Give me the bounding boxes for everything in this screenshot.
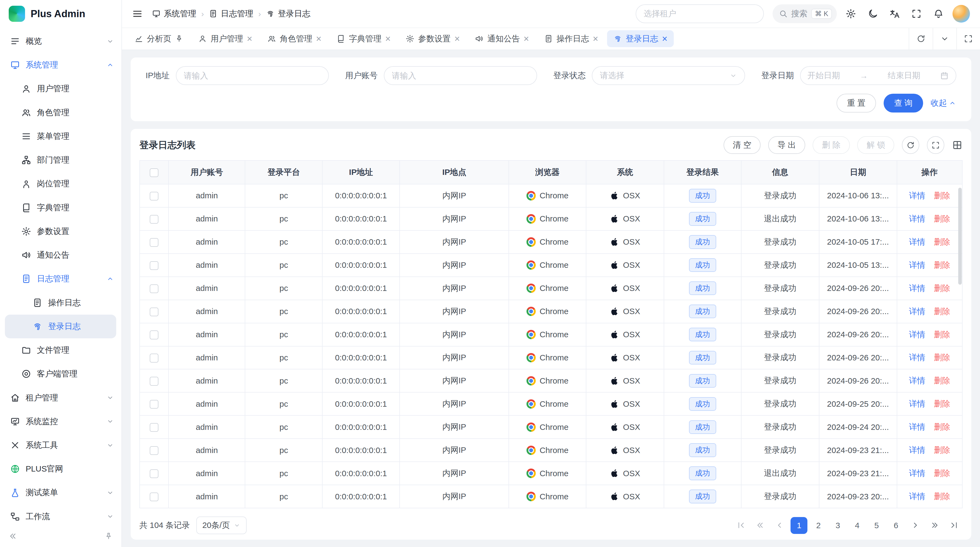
account-input[interactable] bbox=[392, 71, 529, 80]
sidebar-item[interactable]: 登录日志 bbox=[5, 315, 116, 338]
tab-close-icon[interactable]: × bbox=[454, 34, 460, 43]
jump-forward-button[interactable] bbox=[926, 517, 943, 534]
delete-link[interactable]: 删除 bbox=[934, 236, 950, 248]
next-page-button[interactable] bbox=[907, 517, 924, 534]
collapse-filter-link[interactable]: 收起 bbox=[931, 97, 956, 109]
pin-sidebar-icon[interactable] bbox=[105, 532, 113, 540]
sidebar-item[interactable]: 系统监控 bbox=[0, 410, 121, 434]
row-checkbox[interactable] bbox=[150, 423, 158, 432]
breadcrumb-item[interactable]: 登录日志 bbox=[266, 8, 310, 19]
page-button-6[interactable]: 6 bbox=[888, 517, 904, 534]
tab-item[interactable]: 通知公告× bbox=[468, 30, 535, 47]
page-button-1[interactable]: 1 bbox=[791, 517, 807, 534]
date-range-input[interactable]: 开始日期 → 结束日期 bbox=[800, 66, 956, 85]
tab-close-icon[interactable]: × bbox=[316, 34, 321, 43]
sidebar-item[interactable]: 租户管理 bbox=[0, 386, 121, 410]
reset-button[interactable]: 重 置 bbox=[837, 94, 876, 113]
delete-link[interactable]: 删除 bbox=[934, 190, 950, 201]
breadcrumb-item[interactable]: 日志管理 bbox=[209, 8, 253, 19]
last-page-button[interactable] bbox=[946, 517, 963, 534]
query-button[interactable]: 查 询 bbox=[884, 94, 923, 113]
table-fullscreen-button[interactable] bbox=[927, 136, 944, 154]
delete-link[interactable]: 删除 bbox=[934, 468, 950, 479]
export-button[interactable]: 导 出 bbox=[768, 136, 805, 154]
sidebar-item[interactable]: 文件管理 bbox=[0, 338, 121, 362]
sidebar-item[interactable]: PLUS官网 bbox=[0, 457, 121, 481]
breadcrumb-item[interactable]: 系统管理 bbox=[152, 8, 196, 19]
detail-link[interactable]: 详情 bbox=[909, 283, 925, 294]
delete-link[interactable]: 删除 bbox=[934, 398, 950, 410]
row-checkbox[interactable] bbox=[150, 446, 158, 455]
dark-mode-moon-icon[interactable] bbox=[867, 8, 878, 19]
sidebar-item[interactable]: 参数设置 bbox=[0, 220, 121, 243]
sidebar-item[interactable]: 工作流 bbox=[0, 505, 121, 525]
login-status-select[interactable]: 请选择 bbox=[592, 66, 745, 85]
page-button-4[interactable]: 4 bbox=[849, 517, 865, 534]
delete-link[interactable]: 删除 bbox=[934, 283, 950, 294]
translate-icon[interactable] bbox=[889, 8, 900, 19]
collapse-sidebar-icon[interactable] bbox=[9, 532, 18, 541]
ip-input[interactable] bbox=[184, 71, 321, 80]
sidebar-item[interactable]: 用户管理 bbox=[0, 77, 121, 100]
sidebar-item[interactable]: 操作日志 bbox=[0, 291, 121, 314]
detail-link[interactable]: 详情 bbox=[909, 236, 925, 248]
select-all-checkbox[interactable] bbox=[150, 168, 158, 177]
detail-link[interactable]: 详情 bbox=[909, 306, 925, 317]
detail-link[interactable]: 详情 bbox=[909, 398, 925, 410]
global-search[interactable]: 搜索 ⌘ K bbox=[773, 4, 837, 23]
tab-item[interactable]: 用户管理× bbox=[192, 30, 259, 47]
delete-button[interactable]: 删 除 bbox=[813, 136, 850, 154]
sidebar-item[interactable]: 概览 bbox=[0, 29, 121, 53]
app-logo[interactable]: Plus Admin bbox=[0, 0, 121, 27]
detail-link[interactable]: 详情 bbox=[909, 329, 925, 340]
row-checkbox[interactable] bbox=[150, 192, 158, 201]
sidebar-item[interactable]: 部门管理 bbox=[0, 148, 121, 172]
detail-link[interactable]: 详情 bbox=[909, 260, 925, 271]
tab-item[interactable]: 字典管理× bbox=[330, 30, 397, 47]
tab-item[interactable]: 角色管理× bbox=[261, 30, 328, 47]
refresh-page-button[interactable] bbox=[909, 28, 932, 49]
delete-link[interactable]: 删除 bbox=[934, 491, 950, 502]
column-settings-icon[interactable] bbox=[952, 140, 963, 150]
row-checkbox[interactable] bbox=[150, 261, 158, 270]
detail-link[interactable]: 详情 bbox=[909, 190, 925, 201]
row-checkbox[interactable] bbox=[150, 215, 158, 224]
detail-link[interactable]: 详情 bbox=[909, 491, 925, 502]
row-checkbox[interactable] bbox=[150, 400, 158, 408]
detail-link[interactable]: 详情 bbox=[909, 445, 925, 456]
tab-close-icon[interactable]: × bbox=[593, 34, 598, 43]
row-checkbox[interactable] bbox=[150, 238, 158, 247]
row-checkbox[interactable] bbox=[150, 308, 158, 316]
sidebar-item[interactable]: 角色管理 bbox=[0, 101, 121, 124]
sidebar-item[interactable]: 客户端管理 bbox=[0, 362, 121, 386]
detail-link[interactable]: 详情 bbox=[909, 213, 925, 225]
settings-gear-icon[interactable] bbox=[846, 8, 856, 19]
tab-item[interactable]: 分析页 bbox=[128, 30, 189, 47]
tab-item[interactable]: 参数设置× bbox=[399, 30, 466, 47]
delete-link[interactable]: 删除 bbox=[934, 260, 950, 271]
prev-page-button[interactable] bbox=[771, 517, 788, 534]
tab-close-icon[interactable]: × bbox=[247, 34, 252, 43]
sidebar-item[interactable]: 系统管理 bbox=[0, 53, 121, 77]
delete-link[interactable]: 删除 bbox=[934, 445, 950, 456]
delete-link[interactable]: 删除 bbox=[934, 375, 950, 386]
tab-close-icon[interactable]: × bbox=[523, 34, 529, 43]
delete-link[interactable]: 删除 bbox=[934, 329, 950, 340]
detail-link[interactable]: 详情 bbox=[909, 352, 925, 363]
sidebar-item[interactable]: 系统工具 bbox=[0, 434, 121, 457]
row-checkbox[interactable] bbox=[150, 377, 158, 386]
row-checkbox[interactable] bbox=[150, 284, 158, 293]
page-button-2[interactable]: 2 bbox=[810, 517, 827, 534]
row-checkbox[interactable] bbox=[150, 354, 158, 362]
hamburger-icon[interactable] bbox=[132, 8, 143, 19]
row-checkbox[interactable] bbox=[150, 493, 158, 501]
detail-link[interactable]: 详情 bbox=[909, 468, 925, 479]
delete-link[interactable]: 删除 bbox=[934, 352, 950, 363]
delete-link[interactable]: 删除 bbox=[934, 306, 950, 317]
user-avatar[interactable] bbox=[953, 5, 970, 22]
tab-close-icon[interactable]: × bbox=[385, 34, 391, 43]
tenant-select[interactable]: 选择租户 bbox=[636, 4, 764, 23]
tab-menu-button[interactable] bbox=[932, 28, 956, 49]
sidebar-item[interactable]: 岗位管理 bbox=[0, 172, 121, 196]
content-fullscreen-button[interactable] bbox=[956, 28, 980, 49]
